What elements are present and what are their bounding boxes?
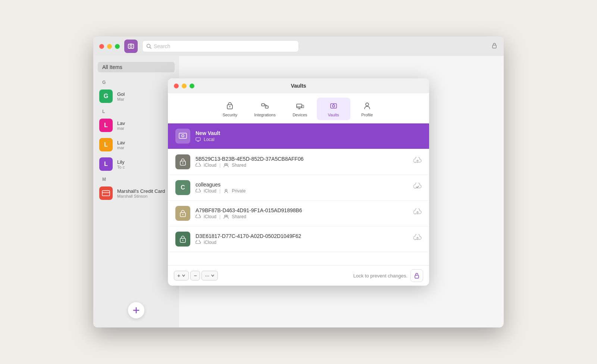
app-icon [124, 40, 138, 53]
svg-rect-23 [179, 133, 187, 138]
tab-vaults[interactable]: Vaults [317, 98, 350, 120]
svg-point-22 [366, 103, 369, 106]
monitor-icon [196, 137, 201, 142]
integrations-icon [260, 101, 270, 111]
cloud-icon-4 [196, 240, 201, 245]
add-vault-button[interactable]: + [174, 271, 189, 280]
svg-rect-42 [415, 275, 419, 278]
svg-rect-12 [262, 104, 265, 106]
svg-rect-2 [130, 44, 132, 45]
modal-fullscreen-button[interactable] [190, 84, 194, 88]
app-window: Search All Items G G Gol Mar L L Lav mar [93, 37, 504, 327]
upload-icon-uuid2 [413, 208, 422, 219]
vault-name-uuid3: D3E61817-D77C-4170-A02D-0502D1049F62 [196, 233, 408, 239]
cloud-icon-3 [196, 214, 201, 219]
more-chevron-icon [211, 274, 215, 277]
tab-vaults-label: Vaults [328, 113, 339, 117]
modal-minimize-button[interactable] [182, 84, 187, 88]
upload-icon-uuid1 [413, 157, 422, 167]
fullscreen-button[interactable] [115, 44, 120, 49]
vault-icon-uuid1 [175, 154, 190, 169]
svg-point-11 [229, 106, 231, 107]
vault-info-uuid1: 5B529C13-B23B-4E5D-852D-37A5CB8AFF06 iCl… [196, 156, 408, 168]
vault-list: New Vault Local [168, 123, 429, 265]
svg-rect-0 [128, 44, 134, 48]
search-placeholder: Search [154, 43, 170, 49]
vault-icon-colleagues: C [175, 180, 190, 195]
vault-meta-colleagues: iCloud | Private [196, 188, 408, 194]
more-vault-label: ··· [205, 273, 209, 279]
lock-prevent-text: Lock to prevent changes. [353, 273, 407, 279]
svg-line-4 [150, 47, 151, 49]
svg-rect-14 [297, 104, 302, 108]
svg-point-33 [225, 189, 227, 191]
vault-name-uuid1: 5B529C13-B23B-4E5D-852D-37A5CB8AFF06 [196, 156, 408, 162]
modal-titlebar: Vaults [168, 78, 429, 93]
svg-point-20 [332, 105, 335, 107]
unlock-button[interactable] [410, 269, 423, 282]
tab-integrations[interactable]: Integrations [247, 98, 283, 120]
lock-vault-icon-3 [179, 235, 186, 243]
vault-row-new-vault[interactable]: New Vault Local [168, 123, 429, 149]
tab-devices[interactable]: Devices [283, 98, 317, 120]
check-icon-colleagues [413, 183, 422, 193]
svg-point-40 [182, 240, 184, 241]
modal-close-button[interactable] [174, 84, 179, 88]
tab-profile-label: Profile [361, 113, 373, 117]
modal-bottom-bar: + − ··· Lock to prevent changes. [168, 265, 429, 286]
remove-vault-button[interactable]: − [190, 271, 200, 280]
vault-icon-new-vault [175, 129, 190, 144]
modal-title: Vaults [291, 83, 306, 89]
vault-name-new-vault: New Vault [196, 130, 422, 136]
vault-name-uuid2: A79BF87B-D463-4D91-9F1A-015AD91898B6 [196, 207, 408, 213]
lock-icon-top [491, 42, 498, 50]
vault-info-uuid3: D3E61817-D77C-4170-A02D-0502D1049F62 iCl… [196, 233, 408, 245]
cloud-icon-2 [196, 189, 201, 193]
vault-row-uuid3[interactable]: D3E61817-D77C-4170-A02D-0502D1049F62 iCl… [168, 226, 429, 252]
vault-row-uuid1[interactable]: 5B529C13-B23B-4E5D-852D-37A5CB8AFF06 iCl… [168, 149, 429, 175]
unlock-icon [413, 272, 420, 279]
tabs-bar: Security Integrations [168, 93, 429, 123]
vault-row-colleagues[interactable]: C colleagues iCloud | [168, 175, 429, 201]
vaults-icon [328, 101, 339, 111]
search-icon [146, 44, 151, 49]
add-vault-label: + [177, 273, 180, 279]
vault-info-uuid2: A79BF87B-D463-4D91-9F1A-015AD91898B6 iCl… [196, 207, 408, 219]
security-icon [225, 101, 235, 111]
svg-point-24 [182, 135, 184, 137]
vault-row-uuid2[interactable]: A79BF87B-D463-4D91-9F1A-015AD91898B6 iCl… [168, 201, 429, 226]
shared-icon-1 [224, 163, 229, 167]
vault-meta-uuid1: iCloud | Shared [196, 163, 408, 168]
app-titlebar: Search [93, 37, 504, 56]
add-chevron-icon [182, 274, 185, 277]
lock-vault-icon-2 [179, 209, 186, 217]
vault-name-colleagues: colleagues [196, 182, 408, 188]
cloud-icon-1 [196, 163, 201, 167]
svg-rect-25 [196, 138, 200, 141]
svg-rect-13 [265, 106, 268, 108]
svg-rect-5 [493, 45, 496, 48]
svg-point-35 [182, 214, 184, 215]
minimize-button[interactable] [107, 44, 112, 49]
tab-devices-label: Devices [293, 113, 307, 117]
lock-vault-icon [179, 158, 186, 166]
close-button[interactable] [99, 44, 104, 49]
vault-meta-uuid2: iCloud | Shared [196, 214, 408, 219]
svg-point-29 [182, 163, 184, 164]
tab-profile[interactable]: Profile [350, 98, 384, 120]
search-bar[interactable]: Search [142, 40, 299, 52]
svg-point-1 [130, 45, 132, 47]
shared-icon-2 [224, 214, 229, 219]
vault-symbol-new [179, 133, 187, 139]
tab-integrations-label: Integrations [254, 113, 275, 117]
vault-meta-new-vault: Local [196, 137, 422, 142]
app-traffic-lights [99, 44, 120, 49]
more-vault-button[interactable]: ··· [201, 271, 218, 280]
devices-icon [295, 101, 305, 111]
modal-traffic-lights [174, 84, 194, 88]
vault-info-new-vault: New Vault Local [196, 130, 422, 142]
tab-security[interactable]: Security [213, 98, 247, 120]
vaults-modal: Vaults Security [168, 78, 429, 286]
tab-security-label: Security [222, 113, 237, 117]
vault-info-colleagues: colleagues iCloud | Private [196, 182, 408, 194]
